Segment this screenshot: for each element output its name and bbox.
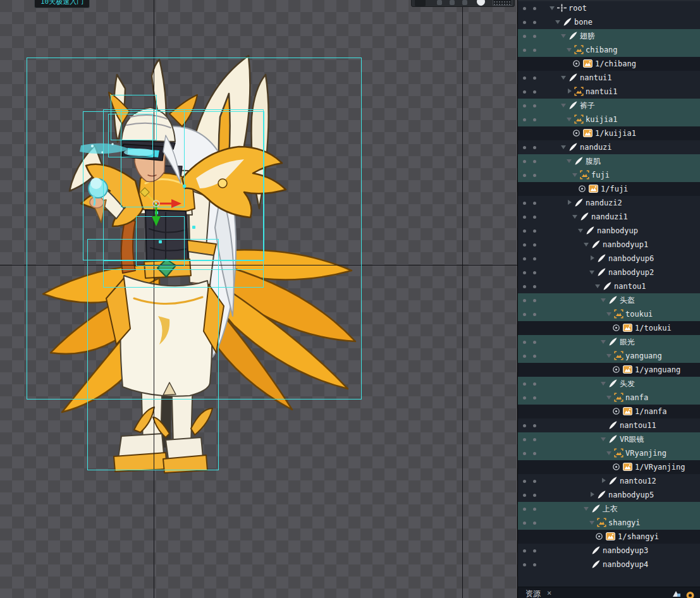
scale-axis[interactable] <box>146 193 156 204</box>
visibility-dot[interactable] <box>523 508 526 511</box>
tool-icon-1[interactable] <box>437 0 442 5</box>
tree-row[interactable]: yanguang <box>518 349 700 363</box>
scene-layers-icon[interactable] <box>672 589 681 598</box>
tree-row[interactable]: 腹肌 <box>518 154 700 168</box>
expand-arrow-icon[interactable] <box>584 243 589 247</box>
tree-row[interactable]: nantui1 <box>518 85 700 99</box>
visibility-dot[interactable] <box>523 21 526 24</box>
visibility-dot[interactable] <box>523 313 526 316</box>
selection-dot[interactable] <box>533 285 536 288</box>
selection-dot[interactable] <box>533 146 536 149</box>
expand-arrow-icon[interactable] <box>567 159 572 163</box>
visibility-dot[interactable] <box>523 243 526 247</box>
expand-arrow-icon[interactable] <box>606 354 611 358</box>
collapse-arrow-icon[interactable] <box>568 88 572 94</box>
expand-arrow-icon[interactable] <box>606 451 611 455</box>
tree-row[interactable]: 1/nanfa <box>518 405 700 418</box>
selection-dot[interactable] <box>533 90 536 94</box>
collapse-arrow-icon[interactable] <box>602 478 606 483</box>
tab-resources[interactable]: 资源 <box>525 589 541 598</box>
selection-dot[interactable] <box>533 480 536 483</box>
visibility-dot[interactable] <box>523 90 526 94</box>
selection-dot[interactable] <box>533 104 536 107</box>
tree-row[interactable]: 1/chibang <box>518 57 700 71</box>
toggle-knob[interactable] <box>477 0 485 6</box>
expand-arrow-icon[interactable] <box>555 20 560 24</box>
expand-arrow-icon[interactable] <box>567 118 572 121</box>
selection-dot[interactable] <box>533 271 536 274</box>
tree-row[interactable]: nanbodyup <box>518 224 700 238</box>
selection-dot[interactable] <box>533 21 536 24</box>
tree-row[interactable]: 头发 <box>518 377 700 391</box>
expand-arrow-icon[interactable] <box>561 34 566 38</box>
selection-dot[interactable] <box>533 118 536 121</box>
selection-dot[interactable] <box>533 216 536 219</box>
tree-row[interactable]: nantou11 <box>518 418 700 432</box>
expand-arrow-icon[interactable] <box>606 312 611 316</box>
collapse-arrow-icon[interactable] <box>591 255 594 260</box>
tree-row[interactable]: nantou12 <box>518 474 700 488</box>
expand-arrow-icon[interactable] <box>561 104 566 107</box>
visibility-dot[interactable] <box>523 299 526 302</box>
selection-dot[interactable] <box>533 508 536 511</box>
tree-row[interactable]: 1/kuijia1 <box>518 126 700 140</box>
visibility-dot[interactable] <box>523 480 526 483</box>
expand-arrow-icon[interactable] <box>567 48 572 52</box>
visibility-dot[interactable] <box>523 49 526 52</box>
tree-row[interactable]: 眼光 <box>518 335 700 349</box>
visibility-dot[interactable] <box>523 285 526 288</box>
minimap[interactable] <box>493 0 512 6</box>
tree-row[interactable]: VRyanjing <box>518 446 700 460</box>
attachment-visibility-icon[interactable] <box>578 185 586 193</box>
visibility-dot[interactable] <box>523 202 526 205</box>
expand-arrow-icon[interactable] <box>606 396 611 400</box>
tree-row[interactable]: nantui1 <box>518 71 700 85</box>
transform-gizmo[interactable] <box>136 183 189 231</box>
x-axis-arrowhead[interactable] <box>171 199 181 208</box>
selection-dot[interactable] <box>533 174 536 177</box>
visibility-dot[interactable] <box>523 355 526 358</box>
tree-row[interactable]: toukui <box>518 307 700 321</box>
collapse-arrow-icon[interactable] <box>568 200 572 205</box>
tree-row[interactable]: nanbodyup4 <box>518 558 700 571</box>
selection-dot[interactable] <box>533 257 536 260</box>
tree-row[interactable]: nanbodyup1 <box>518 238 700 252</box>
promo-button[interactable]: 10天极速入门 <box>34 0 90 8</box>
selection-dot[interactable] <box>533 7 536 10</box>
tree-row[interactable]: 裤子 <box>518 99 700 113</box>
attachment-visibility-icon[interactable] <box>572 59 580 68</box>
viewport-canvas[interactable]: 10天极速入门 <box>0 0 517 598</box>
visibility-dot[interactable] <box>523 76 526 80</box>
attachment-visibility-icon[interactable] <box>612 407 620 415</box>
tree-row[interactable]: 1/yanguang <box>518 363 700 377</box>
selection-dot[interactable] <box>533 424 536 427</box>
expand-arrow-icon[interactable] <box>584 507 589 511</box>
expand-arrow-icon[interactable] <box>572 215 577 219</box>
expand-arrow-icon[interactable] <box>601 382 606 386</box>
visibility-dot[interactable] <box>523 549 526 552</box>
tree-row[interactable]: nanduzi <box>518 140 700 154</box>
selection-dot[interactable] <box>533 299 536 302</box>
visibility-dot[interactable] <box>523 216 526 219</box>
attachment-visibility-icon[interactable] <box>612 365 620 374</box>
attachment-visibility-icon[interactable] <box>612 324 620 332</box>
visibility-dot[interactable] <box>523 146 526 149</box>
selection-dot[interactable] <box>533 160 536 163</box>
expand-arrow-icon[interactable] <box>578 229 583 233</box>
visibility-dot[interactable] <box>523 35 526 38</box>
selection-dot[interactable] <box>533 243 536 247</box>
visibility-dot[interactable] <box>523 382 526 386</box>
visibility-dot[interactable] <box>523 563 526 566</box>
attachment-visibility-icon[interactable] <box>572 129 580 137</box>
visibility-dot[interactable] <box>523 118 526 121</box>
visibility-dot[interactable] <box>523 271 526 274</box>
tree-row[interactable]: shangyi <box>518 516 700 530</box>
close-tab-icon[interactable]: × <box>547 589 551 597</box>
expand-arrow-icon[interactable] <box>589 521 594 525</box>
visibility-dot[interactable] <box>523 160 526 163</box>
visibility-dot[interactable] <box>523 257 526 260</box>
expand-arrow-icon[interactable] <box>550 6 555 10</box>
tree-row[interactable]: 翅膀 <box>518 29 700 43</box>
tree-row[interactable]: kuijia1 <box>518 113 700 126</box>
y-axis-arrowhead[interactable] <box>152 216 161 226</box>
